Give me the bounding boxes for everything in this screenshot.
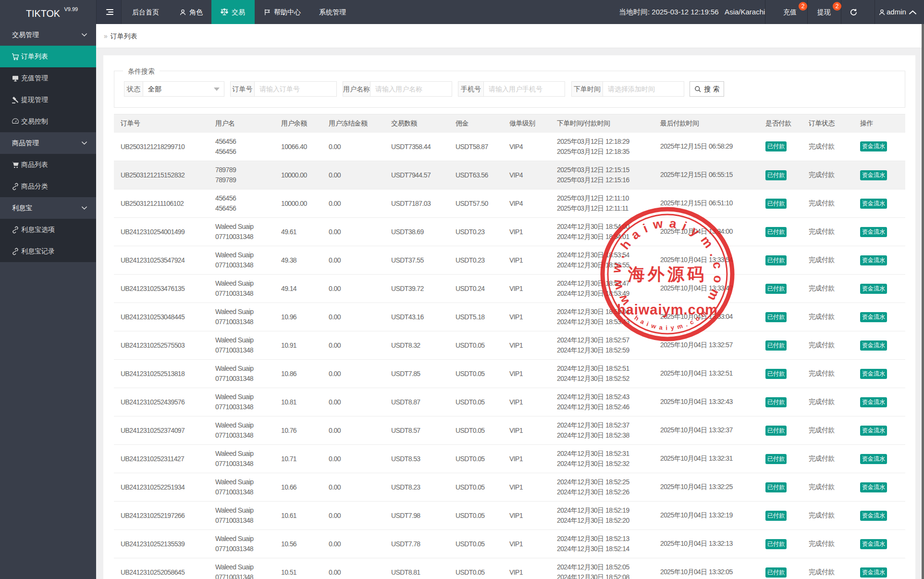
svg-text:www.haiwaiym.com: www.haiwaiym.com — [609, 215, 726, 308]
svg-text:海外源码: 海外源码 — [628, 264, 707, 283]
